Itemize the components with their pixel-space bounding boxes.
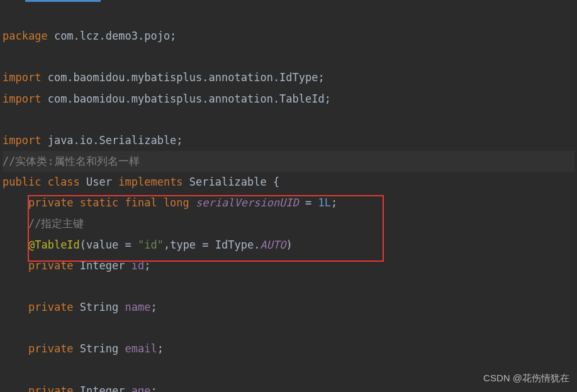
code-line: //指定主键 — [3, 217, 84, 230]
code-line: import com.baomidou.mybatisplus.annotati… — [3, 71, 325, 84]
code-line — [3, 322, 9, 334]
code-line: //实体类:属性名和列名一样 — [3, 151, 574, 172]
code-line: @TableId(value = "id",type = IdType.AUTO… — [3, 238, 293, 251]
code-editor[interactable]: package com.lcz.demo3.pojo; import com.b… — [0, 0, 577, 392]
code-line — [3, 280, 9, 293]
active-tab-indicator — [25, 0, 101, 2]
code-line — [3, 113, 9, 126]
code-line: private Integer id; — [3, 259, 150, 272]
code-line — [3, 50, 9, 63]
watermark-text: CSDN @花伤情犹在 — [483, 369, 569, 387]
code-line: import java.io.Serializable; — [3, 134, 183, 147]
code-line: import com.baomidou.mybatisplus.annotati… — [3, 92, 331, 105]
code-line — [3, 363, 9, 376]
code-line: private String email; — [3, 342, 164, 355]
code-line: public class User implements Serializabl… — [3, 176, 279, 188]
code-line: private Integer age; — [3, 384, 157, 392]
code-line: private static final long serialVersionU… — [3, 196, 337, 209]
code-line: private String name; — [3, 301, 157, 313]
code-line: package com.lcz.demo3.pojo; — [3, 30, 176, 42]
